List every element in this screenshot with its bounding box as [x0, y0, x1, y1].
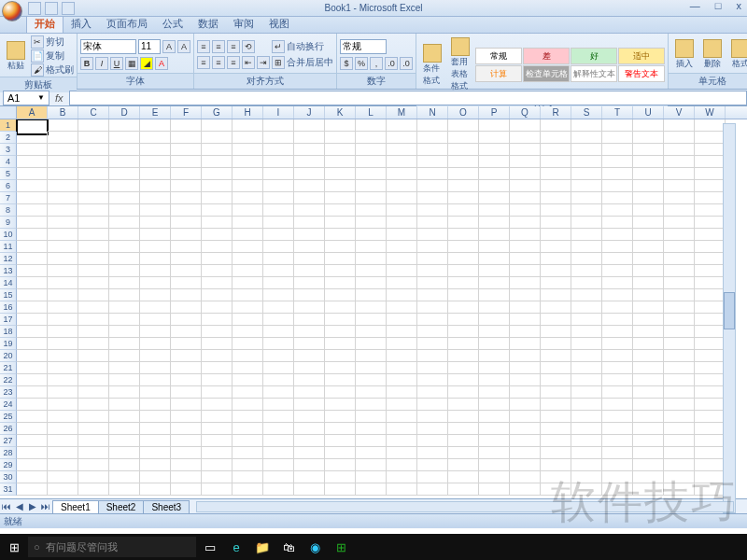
- cell-B15[interactable]: [48, 289, 78, 301]
- cell-R14[interactable]: [541, 277, 571, 289]
- cell-O23[interactable]: [448, 386, 479, 399]
- cell-N6[interactable]: [417, 180, 448, 192]
- cell-N26[interactable]: [417, 423, 448, 435]
- cell-T13[interactable]: [602, 265, 633, 277]
- cell-I6[interactable]: [263, 180, 294, 192]
- cell-S23[interactable]: [571, 386, 602, 399]
- cell-A19[interactable]: [17, 338, 48, 350]
- cell-U30[interactable]: [633, 471, 664, 483]
- cell-L21[interactable]: [356, 362, 387, 374]
- cell-N16[interactable]: [417, 301, 448, 314]
- cell-A20[interactable]: [17, 350, 48, 362]
- taskbar-search[interactable]: ○ 有问题尽管问我: [28, 537, 196, 557]
- cell-B20[interactable]: [48, 350, 78, 362]
- cell-I10[interactable]: [263, 229, 294, 241]
- cell-U7[interactable]: [633, 192, 664, 204]
- cell-O29[interactable]: [448, 459, 479, 471]
- cell-I14[interactable]: [263, 277, 294, 289]
- cell-H7[interactable]: [233, 192, 263, 204]
- cell-S12[interactable]: [571, 253, 602, 265]
- cell-D16[interactable]: [109, 301, 140, 314]
- cell-Q6[interactable]: [510, 180, 541, 192]
- cell-O5[interactable]: [448, 168, 479, 180]
- cell-T3[interactable]: [602, 144, 633, 156]
- cell-J16[interactable]: [294, 301, 325, 314]
- cell-E9[interactable]: [140, 217, 171, 229]
- cell-W16[interactable]: [695, 301, 726, 314]
- cell-Q24[interactable]: [510, 399, 541, 411]
- tab-页面布局[interactable]: 页面布局: [99, 15, 155, 33]
- cell-J6[interactable]: [294, 180, 325, 192]
- cell-B10[interactable]: [48, 229, 78, 241]
- font-color-button[interactable]: A: [155, 57, 168, 70]
- copy-icon[interactable]: 📄: [31, 49, 44, 63]
- cell-N14[interactable]: [417, 277, 448, 289]
- cell-D1[interactable]: [109, 119, 140, 132]
- cell-P30[interactable]: [479, 471, 510, 483]
- cell-D20[interactable]: [109, 350, 140, 362]
- maximize-button[interactable]: □: [712, 0, 726, 11]
- cell-I11[interactable]: [263, 241, 294, 253]
- cell-H10[interactable]: [233, 229, 263, 241]
- sheet-tab-Sheet3[interactable]: Sheet3: [143, 500, 190, 513]
- name-box[interactable]: A1▼: [3, 91, 49, 105]
- col-header-E[interactable]: E: [140, 106, 171, 119]
- cell-V16[interactable]: [664, 301, 695, 314]
- cell-V24[interactable]: [664, 399, 695, 411]
- cell-D22[interactable]: [109, 374, 140, 386]
- cell-S26[interactable]: [571, 423, 602, 435]
- cell-N28[interactable]: [417, 447, 448, 459]
- cell-K28[interactable]: [325, 447, 356, 459]
- cell-L12[interactable]: [356, 253, 387, 265]
- cell-V30[interactable]: [664, 471, 695, 483]
- cell-V7[interactable]: [664, 192, 695, 204]
- cell-Q14[interactable]: [510, 277, 541, 289]
- cell-O19[interactable]: [448, 338, 479, 350]
- cell-A16[interactable]: [17, 301, 48, 314]
- cell-I23[interactable]: [263, 386, 294, 399]
- cell-B29[interactable]: [48, 459, 78, 471]
- row-header-20[interactable]: 20: [0, 350, 17, 362]
- col-header-T[interactable]: T: [602, 106, 633, 119]
- cell-M24[interactable]: [387, 399, 417, 411]
- cell-W15[interactable]: [695, 289, 726, 301]
- col-header-D[interactable]: D: [109, 106, 140, 119]
- cell-P5[interactable]: [479, 168, 510, 180]
- cell-W21[interactable]: [695, 362, 726, 374]
- cell-U18[interactable]: [633, 326, 664, 338]
- row-header-25[interactable]: 25: [0, 411, 17, 423]
- cell-W5[interactable]: [695, 168, 726, 180]
- cell-V6[interactable]: [664, 180, 695, 192]
- row-header-10[interactable]: 10: [0, 229, 17, 241]
- cell-U26[interactable]: [633, 423, 664, 435]
- cell-C11[interactable]: [78, 241, 109, 253]
- cell-M25[interactable]: [387, 411, 417, 423]
- cell-Q18[interactable]: [510, 326, 541, 338]
- cell-R21[interactable]: [541, 362, 571, 374]
- row-header-18[interactable]: 18: [0, 326, 17, 338]
- col-header-V[interactable]: V: [664, 106, 695, 119]
- cell-R26[interactable]: [541, 423, 571, 435]
- cell-R19[interactable]: [541, 338, 571, 350]
- task-view-icon[interactable]: ▭: [198, 536, 222, 558]
- cell-B2[interactable]: [48, 132, 78, 144]
- cell-C3[interactable]: [78, 144, 109, 156]
- cell-T10[interactable]: [602, 229, 633, 241]
- cell-V8[interactable]: [664, 204, 695, 217]
- cell-O25[interactable]: [448, 411, 479, 423]
- cell-T11[interactable]: [602, 241, 633, 253]
- cell-D31[interactable]: [109, 483, 140, 496]
- cell-R16[interactable]: [541, 301, 571, 314]
- cell-D26[interactable]: [109, 423, 140, 435]
- col-header-W[interactable]: W: [695, 106, 726, 119]
- cell-M17[interactable]: [387, 314, 417, 326]
- merge-icon[interactable]: ⊞: [272, 56, 285, 69]
- cell-O30[interactable]: [448, 471, 479, 483]
- cell-E13[interactable]: [140, 265, 171, 277]
- cell-I8[interactable]: [263, 204, 294, 217]
- start-button[interactable]: ⊞: [2, 536, 26, 558]
- cell-S10[interactable]: [571, 229, 602, 241]
- cell-W31[interactable]: [695, 483, 726, 496]
- cell-I7[interactable]: [263, 192, 294, 204]
- cell-E16[interactable]: [140, 301, 171, 314]
